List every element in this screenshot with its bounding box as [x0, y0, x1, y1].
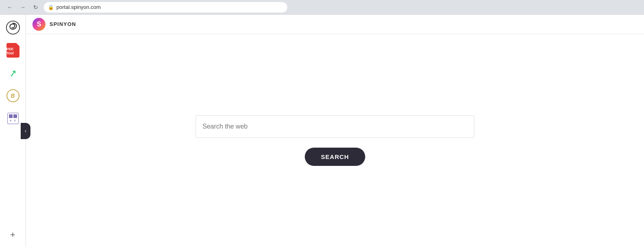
search-content: SEARCH — [26, 34, 644, 247]
pdf-label: PDF Tool — [6, 47, 19, 55]
content-area: S SPINYON SEARCH — [26, 15, 644, 247]
sidebar-item-grid[interactable]: × ≡ — [5, 110, 21, 127]
url-text: portal.spinyon.com — [56, 4, 101, 10]
browser-chrome: ← → ↻ 🔒 portal.spinyon.com — [0, 0, 644, 15]
spinyon-swirl-icon — [6, 20, 20, 35]
back-button[interactable]: ← — [5, 2, 15, 12]
add-button[interactable]: + — [6, 228, 20, 242]
sidebar-item-spinyon[interactable] — [5, 19, 21, 36]
reload-button[interactable]: ↻ — [31, 2, 41, 12]
pdf-icon: PDF Tool — [6, 43, 19, 58]
lock-icon: 🔒 — [48, 4, 54, 10]
search-wrapper — [196, 115, 474, 138]
collapse-icon: ‹ — [25, 128, 26, 134]
sidebar-item-arrow[interactable]: ➚ — [5, 65, 21, 81]
content-header: S SPINYON — [26, 15, 644, 34]
brand-icon: S — [32, 18, 45, 31]
grid-icon: × ≡ — [7, 113, 19, 124]
brand-name: SPINYON — [50, 21, 76, 27]
forward-button[interactable]: → — [18, 2, 28, 12]
search-button[interactable]: SEARCH — [305, 148, 365, 166]
main-layout: PDF Tool ➚ B × ≡ + ‹ — [0, 15, 644, 247]
sidebar-item-bcoin[interactable]: B — [5, 88, 21, 104]
sidebar-item-pdf[interactable]: PDF Tool — [5, 42, 21, 58]
search-input[interactable] — [196, 115, 474, 138]
arrow-icon: ➚ — [8, 67, 18, 79]
b-coin-icon: B — [6, 89, 19, 102]
sidebar-strip: PDF Tool ➚ B × ≡ + ‹ — [0, 15, 26, 247]
address-bar[interactable]: 🔒 portal.spinyon.com — [44, 2, 287, 13]
collapse-sidebar-button[interactable]: ‹ — [21, 123, 30, 139]
